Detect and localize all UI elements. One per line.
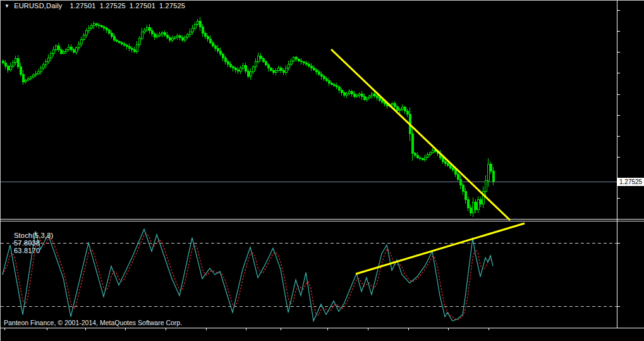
copyright-notice: Panteon Finance, © 2001-2014, MetaQuotes…: [4, 319, 182, 326]
current-price-badge: 1.27525: [617, 178, 644, 186]
symbol-period-label: EURUSD,Daily: [14, 2, 62, 9]
price-axis[interactable]: 1.402001.386251.370951.355651.339901.324…: [616, 1, 644, 328]
chart-header: ▼ EURUSD,Daily 1.27501 1.27525 1.27501 1…: [4, 2, 189, 9]
chart-window: ▼ EURUSD,Daily 1.27501 1.27525 1.27501 1…: [0, 0, 644, 341]
quote-close: 1.27525: [159, 2, 185, 9]
quote-high: 1.27525: [100, 2, 126, 9]
quote-open: 1.27501: [70, 2, 95, 9]
quote-low: 1.27501: [130, 2, 155, 9]
indicator-d-value: 63.8170: [14, 247, 40, 254]
indicator-name: Stoch(5,3,3): [14, 232, 53, 239]
indicator-label: Stoch(5,3,3) 57.8038 63.8170: [6, 224, 57, 262]
indicator-k-value: 57.8038: [14, 239, 40, 247]
symbol-dropdown-icon[interactable]: ▼: [4, 3, 9, 9]
time-axis[interactable]: 22 Jan 201413 Feb 20147 Mar 201430 Mar 2…: [1, 328, 644, 341]
chart-canvas[interactable]: [1, 1, 644, 341]
